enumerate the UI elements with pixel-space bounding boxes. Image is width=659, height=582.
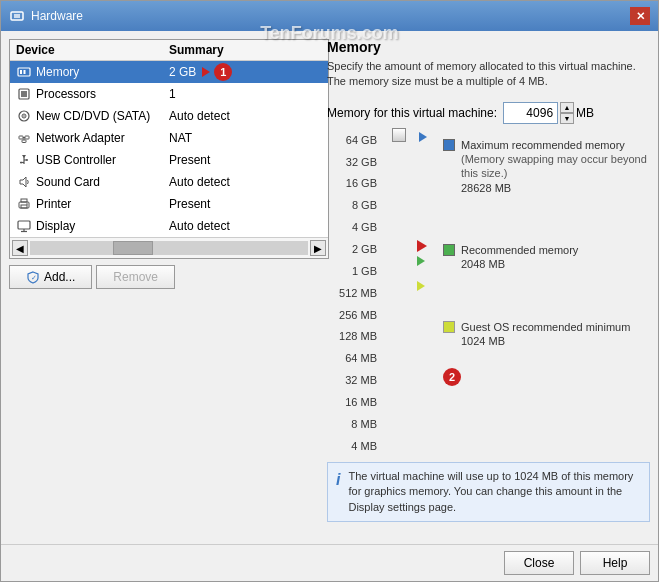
- device-name-processors: Processors: [16, 86, 169, 102]
- legend-rec-label: Recommended memory: [461, 243, 578, 257]
- legend-recommended: Recommended memory 2048 MB: [443, 243, 650, 272]
- spin-buttons: ▲ ▼: [560, 102, 574, 124]
- device-name-cddvd: New CD/DVD (SATA): [16, 108, 169, 124]
- legend-max-box: [443, 139, 455, 151]
- right-panel: Memory Specify the amount of memory allo…: [327, 39, 650, 536]
- close-window-button[interactable]: ✕: [630, 7, 650, 25]
- footer-buttons: Close Help: [1, 544, 658, 581]
- help-button[interactable]: Help: [580, 551, 650, 575]
- memory-input-row: Memory for this virtual machine: ▲ ▼ MB: [327, 102, 650, 124]
- display-icon: [16, 218, 32, 234]
- scrollbar-thumb[interactable]: [113, 241, 153, 255]
- cpu-icon: [16, 86, 32, 102]
- memory-icon: [16, 64, 32, 80]
- current-mem-arrow: [417, 240, 427, 252]
- legend-min-value: 1024 MB: [461, 334, 630, 348]
- list-item[interactable]: Display Auto detect: [10, 215, 328, 237]
- device-name-network: Network Adapter: [16, 130, 169, 146]
- content-area: Device Summary Memory 2 GB: [1, 31, 658, 544]
- device-list-body[interactable]: Memory 2 GB 1: [10, 61, 328, 237]
- title-bar: Hardware TenForums.com ✕: [1, 1, 658, 31]
- legend-min-box: [443, 321, 455, 333]
- svg-marker-16: [22, 155, 26, 158]
- close-button[interactable]: Close: [504, 551, 574, 575]
- max-mem-arrow: [419, 132, 435, 142]
- col-summary: Summary: [169, 43, 322, 57]
- window-title: Hardware: [31, 9, 83, 23]
- list-item[interactable]: Sound Card Auto detect: [10, 171, 328, 193]
- arrow-indicators: [385, 136, 411, 454]
- min-mem-arrow: [417, 281, 425, 291]
- list-item[interactable]: USB Controller Present: [10, 149, 328, 171]
- scroll-left-btn[interactable]: ◀: [12, 240, 28, 256]
- device-list-panel: Device Summary Memory 2 GB: [9, 39, 329, 259]
- section-description: Specify the amount of memory allocated t…: [327, 59, 650, 90]
- legend-rec-value: 2048 MB: [461, 257, 578, 271]
- legend-minimum: Guest OS recommended minimum 1024 MB: [443, 320, 650, 349]
- svg-rect-23: [21, 199, 27, 202]
- svg-point-9: [23, 115, 25, 117]
- list-item[interactable]: Memory 2 GB 1: [10, 61, 328, 83]
- badge-2: 2: [443, 368, 461, 386]
- svg-rect-24: [21, 205, 27, 208]
- legend-area: Maximum recommended memory (Memory swapp…: [443, 134, 650, 454]
- svg-rect-6: [21, 91, 27, 97]
- svg-rect-26: [18, 221, 30, 229]
- remove-button[interactable]: Remove: [96, 265, 175, 289]
- spin-up-btn[interactable]: ▲: [560, 102, 574, 113]
- slider-track-container: [385, 134, 411, 454]
- hardware-icon: [9, 8, 25, 24]
- info-icon: i: [336, 469, 340, 491]
- svg-text:✓: ✓: [31, 274, 37, 281]
- scrollbar[interactable]: ◀ ▶: [10, 237, 328, 258]
- network-icon: [16, 130, 32, 146]
- svg-point-18: [26, 159, 28, 161]
- memory-section: Memory Specify the amount of memory allo…: [327, 39, 650, 522]
- info-text: The virtual machine will use up to 1024 …: [348, 469, 641, 515]
- rec-mem-arrow: [417, 256, 425, 266]
- sound-card-label: Sound Card: [36, 175, 100, 189]
- left-section: Device Summary Memory 2 GB: [9, 39, 319, 536]
- legend-max-sub: (Memory swapping may occur beyond this s…: [461, 152, 650, 181]
- slider-handle[interactable]: [392, 128, 406, 142]
- scrollbar-track[interactable]: [30, 241, 308, 255]
- list-item[interactable]: Processors 1: [10, 83, 328, 105]
- memory-label: Memory for this virtual machine:: [327, 106, 497, 120]
- device-name-usb: USB Controller: [16, 152, 169, 168]
- svg-rect-11: [25, 136, 29, 139]
- mb-label: MB: [576, 106, 594, 120]
- legend-rec-box: [443, 244, 455, 256]
- track-arrows: [419, 134, 435, 454]
- svg-point-25: [26, 203, 28, 205]
- sound-icon: [16, 174, 32, 190]
- list-item[interactable]: Printer Present: [10, 193, 328, 215]
- legend-max-label: Maximum recommended memory: [461, 138, 650, 152]
- printer-icon: [16, 196, 32, 212]
- slider-labels: 64 GB 32 GB 16 GB 8 GB 4 GB 2 GB 1 GB 51…: [327, 134, 377, 454]
- info-bar: i The virtual machine will use up to 102…: [327, 462, 650, 522]
- spin-down-btn[interactable]: ▼: [560, 113, 574, 124]
- scroll-right-btn[interactable]: ▶: [310, 240, 326, 256]
- svg-rect-10: [19, 136, 23, 139]
- svg-rect-4: [24, 70, 26, 74]
- svg-rect-14: [22, 140, 26, 143]
- row-arrow-1: [202, 67, 210, 77]
- slider-track[interactable]: [395, 134, 401, 136]
- list-item[interactable]: Network Adapter NAT: [10, 127, 328, 149]
- add-button[interactable]: ✓ Add...: [9, 265, 92, 289]
- slider-area: 64 GB 32 GB 16 GB 8 GB 4 GB 2 GB 1 GB 51…: [327, 134, 650, 454]
- badge-1: 1: [214, 63, 232, 81]
- disc-icon: [16, 108, 32, 124]
- section-title: Memory: [327, 39, 650, 55]
- list-item[interactable]: New CD/DVD (SATA) Auto detect: [10, 105, 328, 127]
- svg-marker-21: [20, 177, 26, 187]
- device-actions: ✓ Add... Remove: [9, 259, 319, 293]
- memory-input[interactable]: [503, 102, 558, 124]
- title-bar-left: Hardware: [9, 8, 83, 24]
- col-device: Device: [16, 43, 169, 57]
- hardware-window: Hardware TenForums.com ✕ Device Summary: [0, 0, 659, 582]
- legend-max: Maximum recommended memory (Memory swapp…: [443, 138, 650, 195]
- device-name-memory: Memory: [16, 64, 169, 80]
- list-header: Device Summary: [10, 40, 328, 61]
- svg-rect-20: [20, 162, 22, 164]
